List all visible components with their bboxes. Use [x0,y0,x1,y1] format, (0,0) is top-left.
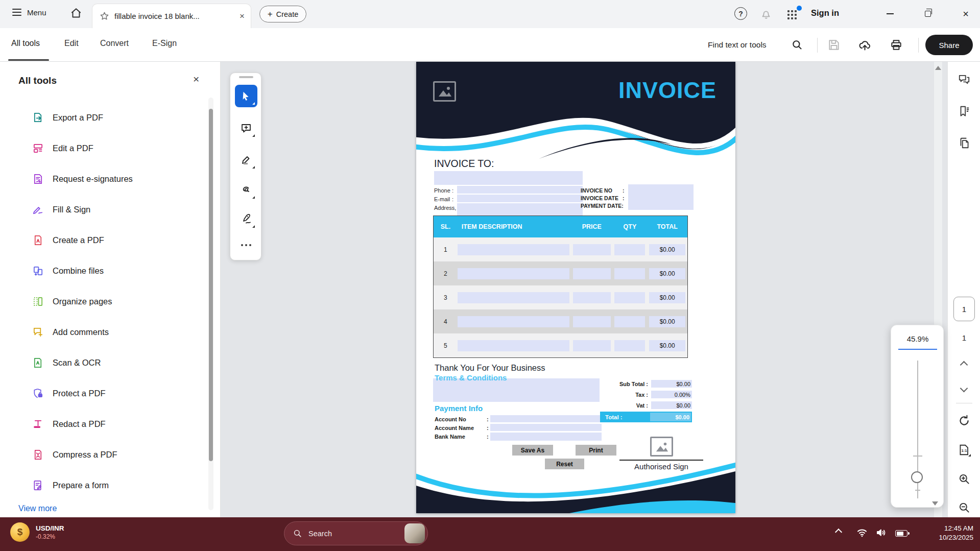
notifications-button[interactable] [759,7,773,20]
help-button[interactable]: ? [734,7,747,20]
sidebar-item-organize-pages[interactable]: Organize pages [0,286,204,317]
description-field[interactable] [458,316,569,327]
qty-field[interactable] [614,292,645,303]
document-tab[interactable]: fillable invoice 18 blank... × [92,4,251,28]
sidebar-item-add-comments[interactable]: Add comments [0,317,204,347]
grand-total-field[interactable]: $0.00 [650,413,691,421]
panel-scrollbar-thumb[interactable] [209,109,213,461]
tab-esign[interactable]: E-Sign [152,39,177,48]
clock-widget[interactable]: 12:45 AM 10/23/2025 [914,524,973,541]
menu-button[interactable]: Menu [12,7,46,18]
price-field[interactable] [573,292,611,303]
more-tools-button[interactable] [235,236,257,254]
apps-grid-button[interactable] [786,8,800,21]
sidebar-item-create-pdf[interactable]: Create a PDF [0,225,204,255]
tray-battery-button[interactable] [895,530,907,537]
tray-wifi-button[interactable] [856,526,868,539]
sidebar-item-combine-files[interactable]: Combine files [0,255,204,286]
print-button[interactable] [890,38,903,52]
actual-size-button[interactable]: 1:1 [958,443,971,457]
search-icon[interactable] [791,38,804,52]
stocks-widget[interactable]: $ USD/INR -0.32% [10,522,64,542]
qty-field[interactable] [614,268,645,279]
qty-field[interactable] [614,244,645,255]
tab-edit[interactable]: Edit [64,39,79,48]
scroll-up-arrow-icon[interactable] [935,66,941,70]
price-field[interactable] [573,268,611,279]
tab-convert[interactable]: Convert [100,39,129,48]
comments-panel-button[interactable] [958,73,971,86]
total-field[interactable]: $0.00 [649,268,685,279]
signature-tool-button[interactable] [235,208,257,230]
price-field[interactable] [573,316,611,327]
highlight-tool-button[interactable] [235,149,257,171]
select-tool-button[interactable] [235,85,257,107]
close-button[interactable]: × [957,5,974,22]
previous-page-button[interactable] [961,362,967,368]
maximize-button[interactable] [919,5,937,22]
lasso-tool-button[interactable] [235,179,257,201]
tray-volume-button[interactable] [875,526,888,539]
qty-field[interactable] [614,340,645,351]
email-field[interactable] [457,195,583,202]
next-page-button[interactable] [961,386,967,391]
vat-field[interactable]: $0.00 [651,401,692,409]
sidebar-item-redact-pdf[interactable]: Redact a PDF [0,409,204,439]
sidebar-item-export-pdf[interactable]: Export a PDF [0,102,204,133]
bank-name-field[interactable] [490,433,602,441]
account-name-field[interactable] [490,424,602,431]
description-field[interactable] [458,292,569,303]
sidebar-item-compress-pdf[interactable]: Compress a PDF [0,439,204,470]
price-field[interactable] [573,340,611,351]
tray-expand-button[interactable] [836,530,841,535]
tax-field[interactable]: 0.00% [651,391,692,398]
total-field[interactable]: $0.00 [649,340,685,351]
toolbar-drag-handle[interactable] [239,76,253,78]
sign-image-placeholder-icon[interactable] [650,437,673,457]
page-number-input[interactable]: 1 [953,297,975,321]
save-as-form-button[interactable]: Save As [512,445,553,456]
subtotal-field[interactable]: $0.00 [651,380,692,388]
description-field[interactable] [458,340,569,351]
phone-field[interactable] [457,186,583,194]
search-widget-image[interactable] [404,523,425,543]
description-field[interactable] [458,244,569,255]
price-field[interactable] [573,244,611,255]
taskbar-search[interactable]: Search [284,521,428,545]
minimize-button[interactable] [881,5,899,22]
sidebar-item-edit-pdf[interactable]: Edit a PDF [0,133,204,163]
sidebar-item-fill-sign[interactable]: Fill & Sign [0,194,204,225]
total-field[interactable]: $0.00 [649,244,685,255]
add-comment-tool-button[interactable] [235,117,257,139]
sign-in-button[interactable]: Sign in [811,8,839,18]
find-tools-label[interactable]: Find text or tools [708,40,767,50]
tab-all-tools[interactable]: All tools [11,39,40,48]
sidebar-item-protect-pdf[interactable]: Protect a PDF [0,378,204,409]
logo-image-placeholder-icon[interactable] [433,81,456,102]
account-no-field[interactable] [490,415,602,422]
client-name-field[interactable] [434,171,583,185]
home-button[interactable] [69,7,83,20]
invoice-meta-fields[interactable] [628,184,694,210]
save-button[interactable] [827,38,841,52]
tab-close-icon[interactable]: × [240,11,245,21]
print-form-button[interactable]: Print [576,445,616,456]
qty-field[interactable] [614,316,645,327]
page-thumbnails-button[interactable] [958,136,971,150]
sidebar-item-prepare-form[interactable]: Prepare a form [0,470,204,500]
total-field[interactable]: $0.00 [649,292,685,303]
share-button[interactable]: Share [925,35,973,55]
zoom-slider-thumb[interactable] [911,471,923,483]
rotate-page-button[interactable] [958,414,971,427]
upload-cloud-button[interactable] [858,38,872,52]
view-more-link[interactable]: View more [18,504,57,513]
total-field[interactable]: $0.00 [649,316,685,327]
zoom-in-button[interactable] [958,472,971,486]
zoom-out-button[interactable] [958,501,971,514]
create-button[interactable]: + Create [259,6,306,22]
bookmarks-panel-button[interactable] [958,105,971,118]
panel-close-icon[interactable]: × [193,73,199,85]
sidebar-item-request-esignatures[interactable]: Request e-signatures [0,163,204,194]
description-field[interactable] [458,268,569,279]
sidebar-item-scan-ocr[interactable]: Scan & OCR [0,347,204,378]
